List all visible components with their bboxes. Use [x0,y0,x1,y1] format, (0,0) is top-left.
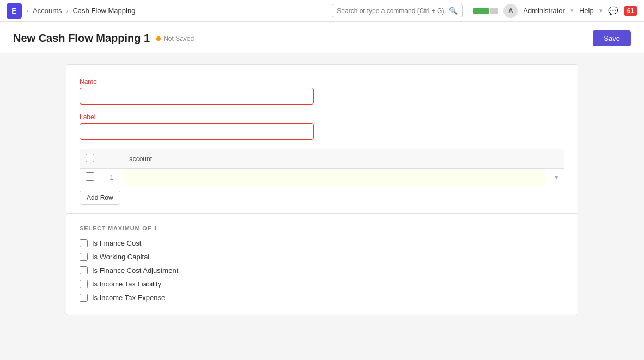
breadcrumb-accounts[interactable]: Accounts [33,7,62,15]
header-checkbox-cell [80,149,100,169]
checkbox-item-is_working_capital[interactable]: Is Working Capital [80,253,564,261]
checkbox-is_finance_cost[interactable] [80,239,88,247]
add-row-button[interactable]: Add Row [80,191,120,205]
accounts-table: account 1 ▾ [80,149,564,186]
chat-icon[interactable]: 💬 [608,6,618,16]
name-group: Name [80,78,564,105]
battery-green [473,8,489,14]
notification-badge[interactable]: 61 [624,6,637,16]
checkbox-is_income_tax_expense[interactable] [80,294,88,302]
status-text: Not Saved [163,35,194,42]
checkbox-item-is_income_tax_liability[interactable]: Is Income Tax Liability [80,280,564,288]
page-title: New Cash Flow Mapping 1 [13,32,150,45]
row-account-cell[interactable] [124,169,545,186]
app-logo: E [7,3,22,19]
avatar: A [503,4,518,18]
checkbox-item-is_income_tax_expense[interactable]: Is Income Tax Expense [80,294,564,302]
search-input[interactable] [337,7,446,15]
main-content: Name Label account [0,53,644,326]
name-input[interactable] [80,88,314,105]
breadcrumb-current: Cash Flow Mapping [72,7,135,15]
label-label: Label [80,113,564,121]
battery-indicator [473,8,498,14]
search-bar[interactable]: 🔍 [332,4,463,17]
row-checkbox[interactable] [86,172,94,181]
status-badge: Not Saved [156,35,194,42]
help-label[interactable]: Help [579,7,594,15]
header-num-cell [100,149,124,169]
header-account-cell: account [124,149,545,169]
label-input[interactable] [80,123,314,140]
checkbox-label-is_income_tax_liability: Is Income Tax Liability [92,280,161,288]
table-row: 1 ▾ [80,169,564,186]
checkbox-is_working_capital[interactable] [80,253,88,261]
page-title-row: New Cash Flow Mapping 1 Not Saved [13,32,194,45]
breadcrumb-chevron-1: › [26,7,28,15]
table-header-row: account [80,149,564,169]
row-dropdown-cell[interactable]: ▾ [545,169,564,186]
checkbox-is_income_tax_liability[interactable] [80,280,88,288]
select-all-checkbox[interactable] [86,154,94,162]
section-card: SELECT MAXIMUM OF 1 Is Finance CostIs Wo… [66,214,578,315]
form-card: Name Label account [66,64,578,214]
header-action-cell [545,149,564,169]
checkbox-label-is_income_tax_expense: Is Income Tax Expense [92,294,165,302]
page-header: New Cash Flow Mapping 1 Not Saved Save [0,22,644,53]
checkbox-item-is_finance_cost_adjustment[interactable]: Is Finance Cost Adjustment [80,266,564,274]
name-label: Name [80,78,564,86]
save-button[interactable]: Save [593,30,631,46]
checkbox-label-is_finance_cost_adjustment: Is Finance Cost Adjustment [92,266,178,274]
section-title: SELECT MAXIMUM OF 1 [80,225,564,231]
battery-gray [490,8,498,14]
status-dot [156,36,161,41]
checkbox-label-is_finance_cost: Is Finance Cost [92,239,141,247]
topnav-right: A Administrator ▾ Help ▾ 💬 61 [473,4,637,18]
help-dropdown-icon[interactable]: ▾ [599,7,603,14]
search-icon: 🔍 [449,7,458,15]
topnav: E › Accounts › Cash Flow Mapping 🔍 A Adm… [0,0,644,22]
admin-label[interactable]: Administrator [523,7,565,15]
row-checkbox-cell [80,169,100,186]
label-group: Label [80,113,564,140]
table-body: 1 ▾ [80,169,564,186]
checkbox-label-is_working_capital: Is Working Capital [92,253,149,261]
checkbox-is_finance_cost_adjustment[interactable] [80,266,88,274]
row-number-cell: 1 [100,169,124,186]
breadcrumb-chevron-2: › [66,7,68,15]
checkbox-item-is_finance_cost[interactable]: Is Finance Cost [80,239,564,247]
checkbox-list: Is Finance CostIs Working CapitalIs Fina… [80,239,564,302]
admin-dropdown-icon[interactable]: ▾ [570,7,574,14]
